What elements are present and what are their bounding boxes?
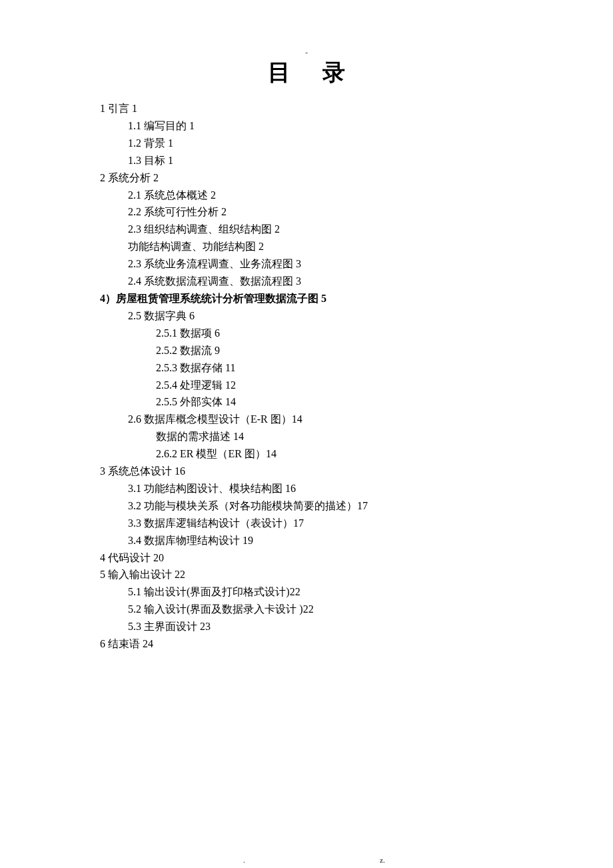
toc-entry: 3 系统总体设计 16: [100, 463, 546, 480]
toc-entry: 2.1 系统总体概述 2: [128, 187, 546, 204]
toc-entry: 2.6.2 ER 模型（ER 图）14: [156, 445, 546, 463]
toc-entry: 2.4 系统数据流程调查、数据流程图 3: [128, 273, 546, 290]
toc-entry: 5 输入输出设计 22: [100, 566, 546, 583]
page-title: 目录: [0, 57, 613, 88]
toc-entry: 2.5.1 数据项 6: [156, 325, 546, 342]
toc-entry: 2.3 组织结构调查、组织结构图 2: [128, 221, 546, 238]
toc-entry: 2.5 数据字典 6: [128, 307, 546, 325]
footer-page-mark: z.: [380, 856, 385, 864]
toc-entry: 1.3 目标 1: [128, 152, 546, 169]
toc-entry: 1 引言 1: [100, 100, 546, 117]
toc-entry: 2 系统分析 2: [100, 169, 546, 187]
toc-entry: 2.3 系统业务流程调查、业务流程图 3: [128, 255, 546, 273]
toc-entry: 3.2 功能与模块关系（对各功能模块简要的描述）17: [128, 497, 546, 515]
toc-entry: 功能结构调查、功能结构图 2: [128, 238, 546, 255]
toc-entry: 5.2 输入设计(界面及数据录入卡设计 )22: [128, 601, 546, 618]
toc-entry: 1.2 背景 1: [128, 135, 546, 152]
table-of-contents: 1 引言 11.1 编写目的 11.2 背景 11.3 目标 12 系统分析 2…: [0, 100, 613, 653]
footer-dot: .: [243, 856, 245, 864]
toc-entry: 4 代码设计 20: [100, 549, 546, 567]
toc-entry: 3.1 功能结构图设计、模块结构图 16: [128, 480, 546, 497]
toc-entry: 2.2 系统可行性分析 2: [128, 203, 546, 221]
toc-entry: 4）房屋租赁管理系统统计分析管理数据流子图 5: [100, 290, 546, 307]
toc-entry: 3.3 数据库逻辑结构设计（表设计）17: [128, 515, 546, 532]
toc-entry: 2.5.5 外部实体 14: [156, 393, 546, 411]
toc-entry: 2.5.4 处理逻辑 12: [156, 377, 546, 394]
header-mark: -: [0, 48, 613, 56]
toc-entry: 2.6 数据库概念模型设计（E-R 图）14: [128, 411, 546, 428]
toc-entry: 2.5.3 数据存储 11: [156, 359, 546, 377]
toc-entry: 5.1 输出设计(界面及打印格式设计)22: [128, 583, 546, 601]
toc-entry: 数据的需求描述 14: [156, 428, 546, 445]
toc-entry: 1.1 编写目的 1: [128, 117, 546, 135]
toc-entry: 6 结束语 24: [100, 635, 546, 653]
toc-entry: 2.5.2 数据流 9: [156, 342, 546, 359]
toc-entry: 5.3 主界面设计 23: [128, 618, 546, 635]
toc-entry: 3.4 数据库物理结构设计 19: [128, 532, 546, 549]
